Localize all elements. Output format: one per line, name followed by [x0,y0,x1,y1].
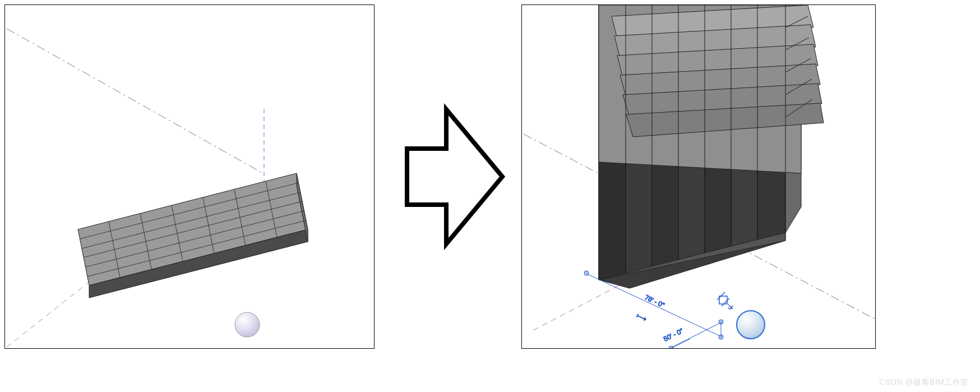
svg-rect-52 [719,296,727,304]
left-view-svg [5,5,375,349]
left-3d-view [4,4,375,349]
arrow-icon [396,98,508,255]
svg-line-51 [671,339,690,348]
tile-grid [78,173,308,298]
svg-text:⟼: ⟼ [635,311,649,324]
sun-path-orb[interactable] [235,312,260,337]
watermark: CSDN @极客BIM工作室 [879,377,969,388]
dim-label-78: 78' - 0" [644,293,666,309]
right-view-svg: 78' - 0" ⟼ 50' - 0" [522,5,876,349]
crop-icon[interactable] [717,292,733,309]
dimension-50[interactable]: 50' - 0" [662,320,723,349]
right-3d-view: 78' - 0" ⟼ 50' - 0" [521,4,876,349]
column-array [599,5,824,288]
sun-path-orb[interactable] [737,311,765,339]
dim-label-50: 50' - 0" [662,327,685,343]
